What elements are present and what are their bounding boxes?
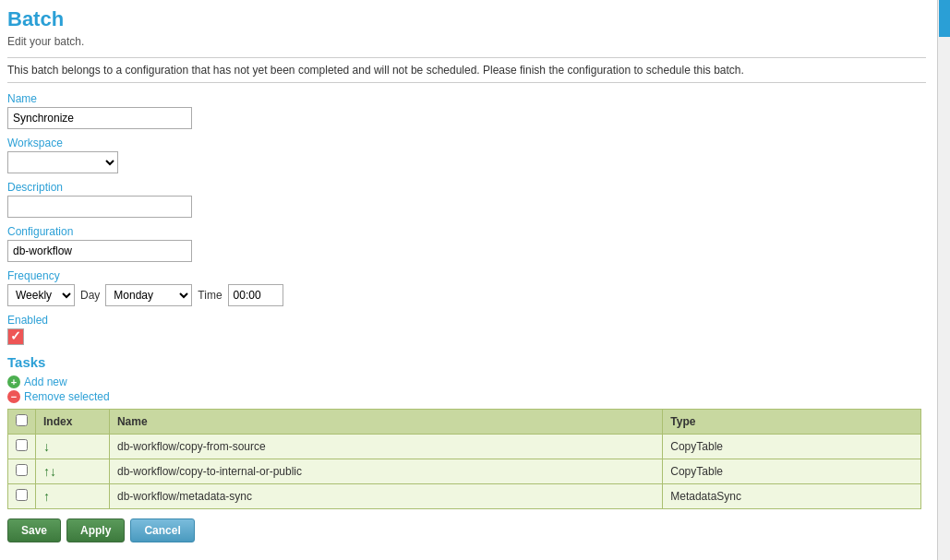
name-label: Name [7,92,926,105]
enabled-checkbox[interactable] [7,328,24,345]
row-checkbox[interactable] [16,464,28,476]
save-button[interactable]: Save [7,518,61,542]
table-row: ↑ ↓db-workflow/copy-to-internal-or-publi… [8,459,921,484]
row-name: db-workflow/copy-to-internal-or-public [109,459,662,484]
workspace-label: Workspace [7,137,926,149]
remove-icon: − [7,390,20,403]
enabled-label: Enabled [7,314,926,327]
tasks-table: Index Name Type ↓db-workflow/copy-from-s… [7,409,921,509]
scrollbar[interactable] [937,0,950,560]
row-type: CopyTable [663,459,921,484]
col-header-index: Index [36,410,110,435]
page-subtitle: Edit your batch. [7,35,926,48]
name-input[interactable] [7,107,192,129]
arrow-up-icon[interactable]: ↑ [43,464,50,479]
tasks-section: Tasks + Add new − Remove selected [7,354,926,509]
add-icon: + [7,375,20,388]
add-new-link[interactable]: + Add new [7,375,926,388]
table-header-row: Index Name Type [8,410,921,435]
apply-button[interactable]: Apply [66,518,125,542]
configuration-label: Configuration [7,225,926,238]
arrow-up-icon[interactable]: ↑ [43,489,50,504]
day-label: Day [80,289,100,302]
frequency-select[interactable]: Weekly Daily Monthly [7,284,75,306]
workspace-field-section: Workspace [7,137,926,173]
configuration-field-section: Configuration [7,225,926,262]
arrow-down-icon[interactable]: ↓ [50,464,56,479]
table-row: ↑db-workflow/metadata-syncMetadataSync [8,484,921,509]
scrollbar-thumb[interactable] [939,0,950,37]
page-title: Batch [7,7,926,31]
row-name: db-workflow/copy-from-source [109,435,662,459]
frequency-row: Weekly Daily Monthly Day Monday Tuesday … [7,284,926,306]
frequency-field-section: Frequency Weekly Daily Monthly Day Monda… [7,269,926,306]
tasks-actions: + Add new − Remove selected [7,375,926,403]
row-name: db-workflow/metadata-sync [109,484,662,509]
name-field-section: Name [7,92,926,129]
row-index: ↑ ↓ [36,459,110,484]
remove-selected-link[interactable]: − Remove selected [7,390,926,403]
day-select[interactable]: Monday Tuesday Wednesday Thursday Friday… [105,284,192,306]
row-type: CopyTable [663,435,921,459]
cancel-button[interactable]: Cancel [130,518,194,542]
description-field-section: Description [7,181,926,218]
arrow-down-icon[interactable]: ↓ [43,439,50,454]
col-header-type: Type [663,410,921,435]
row-index: ↓ [36,435,110,459]
add-new-label: Add new [24,375,67,388]
description-input[interactable] [7,196,192,218]
configuration-input[interactable] [7,240,192,262]
select-all-checkbox[interactable] [16,414,28,426]
table-row: ↓db-workflow/copy-from-sourceCopyTable [8,435,921,459]
warning-message: This batch belongs to a configuration th… [7,57,926,83]
tasks-title: Tasks [7,354,926,370]
workspace-select[interactable] [7,151,118,173]
row-checkbox[interactable] [16,439,28,451]
row-type: MetadataSync [663,484,921,509]
enabled-section: Enabled [7,314,926,345]
col-header-name: Name [109,410,662,435]
row-index: ↑ [36,484,110,509]
col-header-check [8,410,36,435]
bottom-buttons: Save Apply Cancel [7,518,926,542]
remove-selected-label: Remove selected [24,390,110,403]
row-checkbox[interactable] [16,489,28,501]
frequency-label: Frequency [7,269,926,282]
description-label: Description [7,181,926,194]
time-label: Time [198,289,222,302]
time-input[interactable] [228,284,283,306]
